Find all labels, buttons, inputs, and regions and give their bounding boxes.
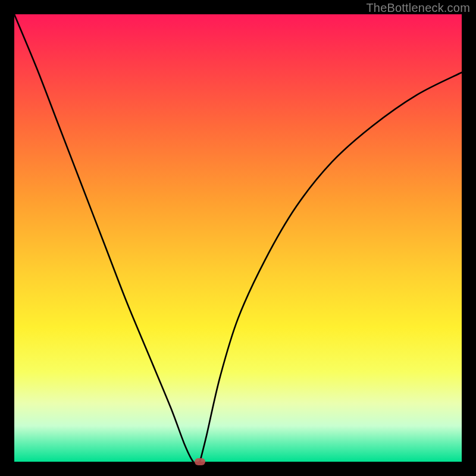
plot-area	[14, 14, 462, 462]
minimum-marker	[195, 458, 205, 465]
chart-frame: TheBottleneck.com	[0, 0, 476, 476]
watermark-label: TheBottleneck.com	[366, 1, 470, 15]
bottleneck-curve	[14, 14, 462, 462]
